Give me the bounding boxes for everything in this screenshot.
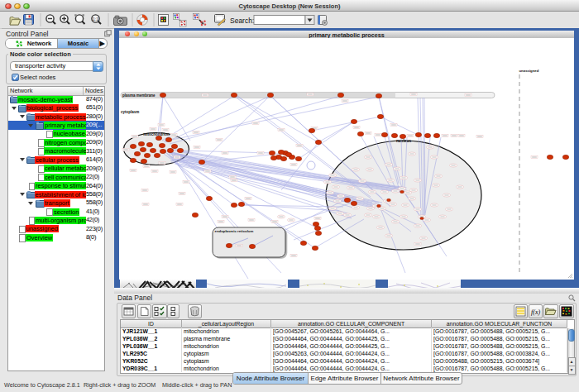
svg-text:endoplasmic reticulum: endoplasmic reticulum bbox=[215, 229, 254, 233]
svg-text:1:1: 1:1 bbox=[93, 17, 98, 22]
svg-text:cytoplasm: cytoplasm bbox=[121, 110, 139, 114]
svg-text:plasma membrane: plasma membrane bbox=[122, 93, 156, 98]
svg-text:mitochondrion: mitochondrion bbox=[143, 132, 170, 136]
svg-text:f(x): f(x) bbox=[531, 308, 540, 316]
svg-text:Search:: Search: bbox=[230, 17, 254, 25]
svg-text:nucleus: nucleus bbox=[396, 139, 411, 143]
svg-text:unassigned: unassigned bbox=[519, 69, 539, 73]
